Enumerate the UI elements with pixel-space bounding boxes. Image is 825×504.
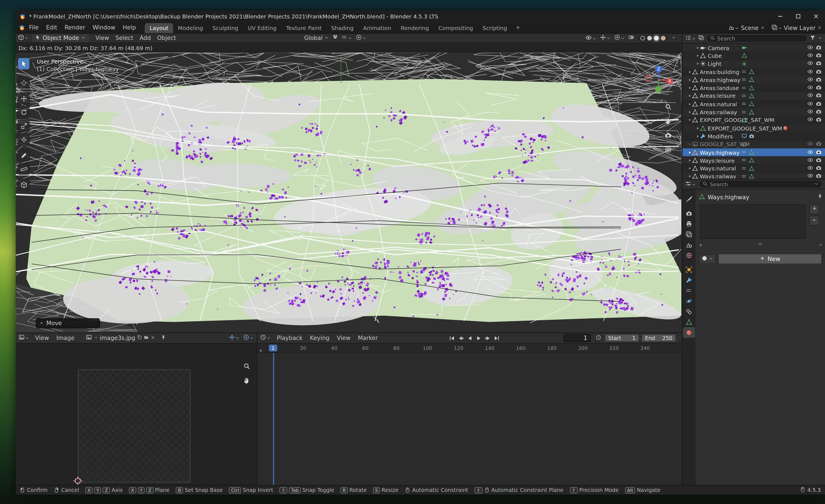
image-canvas[interactable] — [16, 344, 257, 485]
hide-viewport-toggle[interactable] — [807, 141, 813, 148]
ortho-toggle-icon[interactable] — [665, 146, 672, 154]
properties-tab-view-layer[interactable] — [683, 229, 695, 239]
close-button[interactable] — [807, 10, 825, 22]
image-pan-icon[interactable] — [243, 376, 250, 385]
disable-render-toggle[interactable] — [816, 44, 822, 52]
image-editor-type[interactable] — [18, 334, 29, 342]
disable-render-toggle[interactable] — [816, 76, 822, 84]
hide-viewport-toggle[interactable] — [807, 173, 813, 179]
previous-keyframe-button[interactable] — [457, 334, 465, 342]
mode-selector[interactable]: Object Mode — [32, 34, 89, 42]
camera-view-icon[interactable] — [665, 132, 672, 140]
outliner-row-ways-highway-13[interactable]: Ways:highway — [682, 148, 825, 156]
pin-icon[interactable] — [817, 194, 823, 201]
xray-toggle[interactable] — [628, 34, 634, 42]
tool-scale-button[interactable] — [18, 120, 29, 132]
shading-solid-button[interactable] — [647, 36, 652, 41]
shading-material-button[interactable] — [654, 36, 659, 41]
outliner-row-export-google-sat-wm-10[interactable]: EXPORT_GOOGLE_SAT_WM — [682, 124, 825, 132]
snap-toggle[interactable] — [332, 34, 339, 42]
menu-file[interactable]: File — [25, 23, 43, 32]
outliner-row-ways-railway-16[interactable]: Ways:railway — [682, 172, 825, 178]
timeline-menu-view[interactable]: View — [333, 334, 354, 343]
disable-render-toggle[interactable] — [816, 92, 822, 100]
timeline-menu-keying[interactable]: Keying — [306, 334, 333, 343]
browse-material-button[interactable] — [699, 254, 716, 264]
outliner-row-modifiers-11[interactable]: Modifiers — [682, 132, 825, 140]
workspace-tab-modeling[interactable]: Modeling — [173, 23, 208, 33]
pan-tool-icon[interactable] — [665, 117, 672, 126]
filter-icon[interactable] — [810, 35, 816, 42]
hide-viewport-toggle[interactable] — [807, 52, 813, 60]
image-menu-view[interactable]: View — [32, 334, 53, 343]
disable-render-toggle[interactable] — [816, 117, 822, 124]
next-keyframe-button[interactable] — [483, 334, 492, 342]
properties-tab-object[interactable] — [683, 264, 695, 274]
shading-dropdown[interactable] — [671, 35, 676, 42]
hide-viewport-toggle[interactable] — [807, 157, 813, 164]
playhead[interactable] — [273, 353, 274, 485]
add-workspace-button[interactable]: + — [512, 22, 524, 32]
workspace-tab-shading[interactable]: Shading — [326, 23, 358, 33]
outliner-search-input[interactable]: Search — [706, 34, 808, 43]
tool-select-box-button[interactable] — [18, 58, 29, 69]
gizmos-dropdown[interactable] — [600, 34, 611, 42]
properties-tab-constraints[interactable] — [683, 306, 695, 316]
frame-start-field[interactable]: Start1 — [605, 334, 639, 342]
outliner-row-ways-leisure-14[interactable]: Ways:leisure — [682, 156, 825, 164]
hide-viewport-toggle[interactable] — [807, 76, 813, 84]
outliner-row-ways-natural-15[interactable]: Ways:natural — [682, 164, 825, 172]
disable-render-toggle[interactable] — [816, 109, 822, 116]
properties-tab-output[interactable] — [683, 218, 695, 229]
timeline-ruler[interactable]: 1 20406080100120140160180200220240 — [257, 344, 681, 353]
viewport-menu-view[interactable]: View — [92, 34, 112, 42]
visibility-dropdown[interactable] — [585, 34, 597, 43]
outliner-editor-type[interactable] — [685, 34, 696, 43]
outliner-row-light-2[interactable]: Light — [682, 60, 825, 68]
image-datablock-selector[interactable]: image3s.jpg — [86, 334, 155, 342]
outliner-row-areas-leisure-6[interactable]: Areas:leisure — [682, 92, 825, 100]
disable-render-toggle[interactable] — [816, 60, 822, 67]
scene-selector[interactable]: Scene — [729, 24, 765, 32]
play-button[interactable] — [475, 334, 483, 342]
play-reverse-button[interactable] — [466, 334, 473, 342]
properties-tab-particles[interactable] — [683, 285, 695, 296]
proportional-editing-toggle[interactable] — [356, 34, 367, 42]
snap-settings[interactable] — [342, 34, 353, 42]
disable-render-toggle[interactable] — [816, 52, 822, 60]
properties-tab-scene[interactable] — [683, 239, 695, 250]
timeline-editor-type[interactable] — [260, 334, 271, 342]
outliner-row-cube-1[interactable]: Cube — [682, 52, 825, 60]
frame-end-field[interactable]: End250 — [642, 334, 676, 342]
outliner-display-mode[interactable] — [698, 35, 704, 42]
orientation-selector[interactable]: Global — [304, 35, 329, 42]
outliner-row-areas-natural-7[interactable]: Areas:natural — [682, 100, 825, 108]
image-pin-icon[interactable] — [160, 335, 166, 342]
operator-panel[interactable]: Move — [36, 318, 100, 328]
properties-tab-object-data[interactable] — [683, 317, 695, 327]
tool-cursor-button[interactable] — [18, 77, 29, 88]
use-preview-range-icon[interactable] — [596, 335, 601, 342]
new-material-button[interactable]: New — [718, 254, 822, 264]
tool-move-button[interactable] — [18, 92, 29, 104]
properties-tab-tool[interactable] — [683, 194, 695, 204]
hide-viewport-toggle[interactable] — [807, 149, 813, 156]
properties-tab-world[interactable] — [683, 250, 695, 261]
view-layer-selector[interactable]: View Layer — [771, 24, 822, 32]
outliner-row-areas-railway-8[interactable]: Areas:railway — [682, 108, 825, 116]
workspace-tab-scripting[interactable]: Scripting — [478, 23, 512, 33]
overlays-dropdown[interactable] — [614, 34, 625, 42]
image-gizmo-dropdown[interactable] — [229, 334, 240, 342]
menu-window[interactable]: Window — [89, 23, 119, 32]
jump-to-end-button[interactable] — [493, 334, 501, 342]
hide-viewport-toggle[interactable] — [807, 100, 813, 108]
outliner-row-areas-landuse-5[interactable]: Areas:landuse — [682, 84, 825, 92]
workspace-tab-rendering[interactable]: Rendering — [396, 23, 434, 33]
tool-transform-button[interactable] — [18, 134, 29, 145]
timeline-collapse-arrow[interactable] — [258, 348, 263, 355]
outliner-row-areas-highway-4[interactable]: Areas:highway — [682, 76, 825, 84]
outliner-row-export-google-sat-wm-9[interactable]: EXPORT_GOOGLE_SAT_WM — [682, 116, 825, 124]
shading-rendered-button[interactable] — [661, 36, 665, 41]
workspace-tab-animation[interactable]: Animation — [358, 23, 396, 33]
workspace-tab-compositing[interactable]: Compositing — [434, 23, 478, 33]
